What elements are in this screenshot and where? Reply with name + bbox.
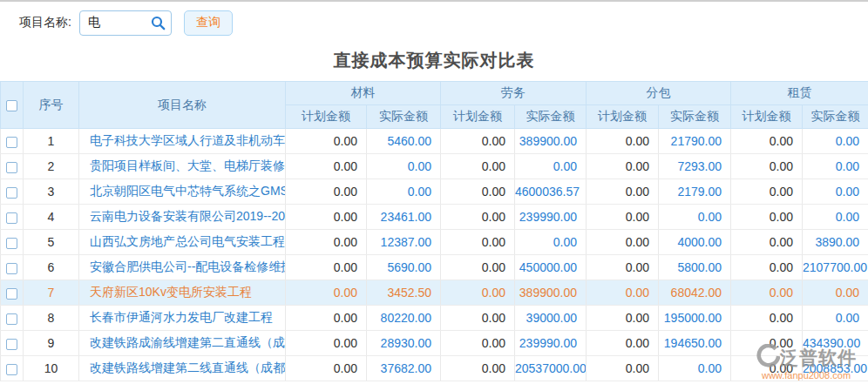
planned-amount-cell: 0.00 [286, 356, 367, 381]
sub-header-actual-amount: 实际金额 [367, 105, 441, 129]
title-bar: 直接成本预算实际对比表 [0, 44, 868, 81]
actual-amount-cell: 4600036.57 [515, 179, 587, 205]
sub-header-planned-amount: 计划金额 [731, 105, 803, 129]
actual-amount-cell: 21790.00 [659, 129, 731, 154]
query-button[interactable]: 查询 [184, 10, 233, 36]
row-checkbox[interactable] [6, 288, 17, 300]
table-row[interactable]: 2贵阳项目样板间、大堂、电梯厅装修工程0.000.000.000.000.007… [1, 154, 868, 179]
row-checkbox-cell [1, 356, 24, 381]
row-checkbox-cell [1, 306, 24, 331]
actual-amount-cell: 23461.00 [367, 205, 441, 230]
row-checkbox[interactable] [6, 339, 17, 350]
table-row[interactable]: 9改建铁路成渝线增建第二直通线（成渝枢纽0.0028930.000.002399… [1, 331, 868, 356]
actual-amount-cell: 239990.00 [515, 331, 587, 356]
project-name-link[interactable]: 山西弘文房地产总公司电气安装工程 [79, 230, 286, 255]
actual-amount-cell: 39000.00 [515, 306, 587, 331]
planned-amount-cell: 0.00 [587, 129, 659, 154]
actual-amount-cell: 37682.00 [367, 356, 441, 381]
row-checkbox-cell [1, 154, 24, 179]
table-row[interactable]: 4云南电力设备安装有限公司2019--2020年度0.0023461.000.0… [1, 205, 868, 230]
actual-amount-cell: 3452.50 [367, 280, 441, 306]
actual-amount-cell: 2179.00 [659, 179, 731, 205]
actual-amount-cell: 12387.00 [367, 230, 441, 255]
table-row[interactable]: 5山西弘文房地产总公司电气安装工程0.0012387.000.000.000.0… [1, 230, 868, 255]
actual-amount-cell: 5690.00 [367, 255, 441, 280]
seq-column-header: 序号 [24, 82, 79, 129]
row-checkbox[interactable] [6, 313, 17, 325]
cost-comparison-table: 序号 项目名称 材料 劳务 分包 租赁 计划金额实际金额计划金额实际金额计划金额… [0, 81, 868, 381]
sub-header-planned-amount: 计划金额 [441, 105, 515, 129]
row-checkbox[interactable] [6, 187, 17, 199]
planned-amount-cell: 0.00 [587, 154, 659, 179]
planned-amount-cell: 0.00 [587, 179, 659, 205]
actual-amount-cell: 0.00 [803, 280, 868, 306]
seq-cell: 3 [24, 179, 79, 205]
planned-amount-cell: 0.00 [286, 306, 367, 331]
actual-amount-cell: 389900.00 [515, 280, 587, 306]
search-toolbar: 项目名称: 查询 [0, 2, 868, 44]
project-name-link[interactable]: 北京朝阳区电气中芯特气系统之GMS安装 [79, 179, 286, 205]
planned-amount-cell: 0.00 [286, 179, 367, 205]
actual-amount-cell: 0.00 [803, 306, 868, 331]
planned-amount-cell: 0.00 [441, 356, 515, 381]
actual-amount-cell: 2008853.00 [803, 356, 868, 381]
row-checkbox[interactable] [6, 137, 17, 148]
search-box [79, 10, 172, 36]
actual-amount-cell: 4000.00 [659, 230, 731, 255]
planned-amount-cell: 0.00 [587, 255, 659, 280]
table-row[interactable]: 3北京朝阳区电气中芯特气系统之GMS安装0.000.000.004600036.… [1, 179, 868, 205]
actual-amount-cell: 0.00 [659, 356, 731, 381]
group-header-labor: 劳务 [441, 82, 587, 105]
row-checkbox[interactable] [6, 263, 17, 274]
planned-amount-cell: 0.00 [587, 205, 659, 230]
row-checkbox-cell [1, 331, 24, 356]
row-checkbox-cell [1, 280, 24, 306]
project-name-link[interactable]: 天府新区10Kv变电所安装工程 [79, 280, 286, 306]
sub-header-planned-amount: 计划金额 [587, 105, 659, 129]
planned-amount-cell: 0.00 [441, 230, 515, 255]
actual-amount-cell: 0.00 [367, 179, 441, 205]
planned-amount-cell: 0.00 [731, 230, 803, 255]
project-name-link[interactable]: 安徽合肥供电公司--配电设备检修维护和改造 [79, 255, 286, 280]
planned-amount-cell: 0.00 [441, 280, 515, 306]
table-row[interactable]: 1电子科技大学区域人行道及非机动车道工程0.005460.000.0038990… [1, 129, 868, 154]
group-header-lease: 租赁 [731, 82, 868, 105]
planned-amount-cell: 0.00 [587, 356, 659, 381]
planned-amount-cell: 0.00 [441, 129, 515, 154]
planned-amount-cell: 0.00 [731, 129, 803, 154]
actual-amount-cell: 434390.00 [803, 331, 868, 356]
row-checkbox-cell [1, 230, 24, 255]
table-row[interactable]: 7天府新区10Kv变电所安装工程0.003452.500.00389900.00… [1, 280, 868, 306]
actual-amount-cell: 0.00 [515, 154, 587, 179]
table-row[interactable]: 6安徽合肥供电公司--配电设备检修维护和改造0.005690.000.00450… [1, 255, 868, 280]
table-row[interactable]: 8长春市伊通河水力发电厂改建工程0.0080220.000.0039000.00… [1, 306, 868, 331]
actual-amount-cell: 0.00 [803, 129, 868, 154]
actual-amount-cell: 3890.00 [803, 230, 868, 255]
project-name-link[interactable]: 贵阳项目样板间、大堂、电梯厅装修工程 [79, 154, 286, 179]
planned-amount-cell: 0.00 [587, 230, 659, 255]
sub-header-actual-amount: 实际金额 [659, 105, 731, 129]
actual-amount-cell: 80220.00 [367, 306, 441, 331]
row-checkbox[interactable] [6, 162, 17, 173]
planned-amount-cell: 0.00 [731, 306, 803, 331]
project-name-link[interactable]: 改建铁路线增建第二线直通线（成都-西安） [79, 356, 286, 381]
actual-amount-cell: 5800.00 [659, 255, 731, 280]
planned-amount-cell: 0.00 [731, 331, 803, 356]
search-icon[interactable] [151, 16, 166, 34]
actual-amount-cell: 0.00 [367, 154, 441, 179]
planned-amount-cell: 0.00 [441, 205, 515, 230]
select-all-checkbox[interactable] [6, 100, 17, 111]
actual-amount-cell: 0.00 [515, 230, 587, 255]
actual-amount-cell: 68042.00 [659, 280, 731, 306]
row-checkbox[interactable] [6, 364, 17, 375]
table-row[interactable]: 10改建铁路线增建第二线直通线（成都-西安）0.0037682.000.0020… [1, 356, 868, 381]
row-checkbox[interactable] [6, 238, 17, 249]
row-checkbox-cell [1, 129, 24, 154]
actual-amount-cell: 20537000.00 [515, 356, 587, 381]
project-name-link[interactable]: 云南电力设备安装有限公司2019--2020年度 [79, 205, 286, 230]
project-name-link[interactable]: 长春市伊通河水力发电厂改建工程 [79, 306, 286, 331]
project-name-link[interactable]: 改建铁路成渝线增建第二直通线（成渝枢纽 [79, 331, 286, 356]
actual-amount-cell: 0.00 [803, 205, 868, 230]
row-checkbox[interactable] [6, 212, 17, 224]
project-name-link[interactable]: 电子科技大学区域人行道及非机动车道工程 [79, 129, 286, 154]
